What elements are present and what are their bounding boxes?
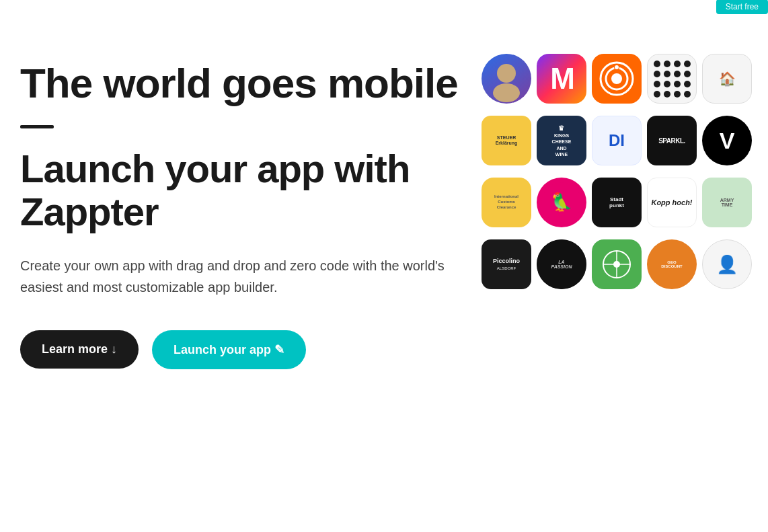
app-icon-di: DI bbox=[592, 116, 642, 165]
app-icon-geo-green bbox=[592, 239, 642, 289]
start-free-button[interactable]: Start free bbox=[716, 0, 768, 14]
app-icon-grid: M 🏠 bbox=[486, 54, 748, 296]
svg-point-1 bbox=[493, 83, 520, 102]
svg-point-8 bbox=[615, 65, 619, 69]
app-icon-house: 🏠 bbox=[702, 54, 752, 104]
main-container: The world goes mobile Launch your app wi… bbox=[0, 0, 768, 532]
app-icon-dots bbox=[647, 54, 697, 104]
app-icon-piccolino: PiccolinoALSDORF bbox=[482, 239, 531, 289]
app-icon-bird: 🦜 bbox=[537, 178, 586, 227]
app-icon-target bbox=[592, 54, 642, 104]
app-icon-v: V bbox=[702, 116, 752, 165]
app-icon-punkt: Stadtpunkt bbox=[592, 178, 642, 227]
app-icon-customs: InternationalCustomsClearance bbox=[482, 178, 531, 227]
top-bar: Start free bbox=[716, 0, 768, 13]
app-icon-geo-orange: GEODISCOUNT bbox=[647, 239, 697, 289]
app-icon-sparkl: SPARKL. bbox=[647, 116, 697, 165]
svg-text:🦜: 🦜 bbox=[551, 191, 573, 213]
app-icon-silhouette: 👤 bbox=[702, 239, 752, 289]
launch-app-button[interactable]: Launch your app ✎ bbox=[152, 330, 306, 369]
app-icon-m: M bbox=[537, 54, 586, 104]
divider-line bbox=[20, 125, 54, 128]
svg-point-0 bbox=[497, 64, 516, 83]
right-section: M 🏠 bbox=[486, 40, 748, 296]
app-icon-kings: ♛ KINGSCHEESEANDWINE bbox=[537, 116, 586, 165]
app-icon-steuer: STEUERErklärung bbox=[482, 116, 531, 165]
headline: The world goes mobile bbox=[20, 61, 479, 106]
app-icon-kopp: Kopp hoch! bbox=[647, 178, 697, 227]
left-section: The world goes mobile Launch your app wi… bbox=[20, 40, 479, 369]
app-icon-lapassion: LAPASSION bbox=[537, 239, 586, 289]
svg-point-6 bbox=[611, 73, 622, 84]
subheadline: Launch your app with Zappter bbox=[20, 147, 479, 233]
app-icon-army: ARMYTIME bbox=[702, 178, 752, 227]
learn-more-button[interactable]: Learn more ↓ bbox=[20, 330, 139, 369]
app-icon-avatar bbox=[482, 54, 531, 104]
description: Create your own app with drag and drop a… bbox=[20, 255, 477, 298]
buttons-row: Learn more ↓ Launch your app ✎ bbox=[20, 330, 479, 369]
